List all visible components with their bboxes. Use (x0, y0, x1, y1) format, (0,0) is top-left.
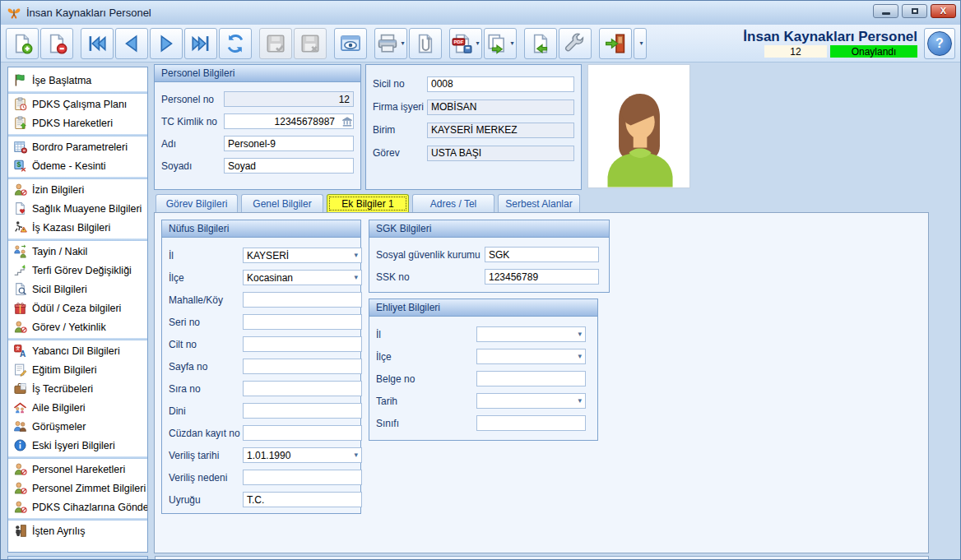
print-button[interactable]: ▾ (374, 28, 407, 59)
payment-icon: $ (13, 159, 27, 173)
export-pdf-button[interactable]: PDF▾ (449, 28, 482, 59)
help-button[interactable]: ? (924, 28, 955, 59)
belge-no-input[interactable] (476, 371, 586, 386)
tab-adres-tel[interactable]: Adres / Tel (412, 194, 494, 212)
government-building-icon-button[interactable] (338, 116, 350, 127)
verilis-tarihi-row: Veriliş tarihi1.01.1990▾ (162, 444, 360, 466)
mahalle-koy-input[interactable] (243, 292, 362, 308)
delete-record-button[interactable] (40, 28, 73, 59)
new-record-button[interactable] (6, 28, 39, 59)
sidebar-item-ödeme-kesinti[interactable]: $Ödeme - Kesinti (8, 156, 147, 175)
sira-no-input[interactable] (243, 381, 362, 396)
sidebar-item-pdks-hareketleri[interactable]: PDKS Hareketleri (8, 113, 147, 132)
sidebar-item-pdks-çalışma-planı[interactable]: PDKS Çalışma Planı (8, 95, 147, 113)
sidebar-collapsed-panel[interactable] (7, 556, 148, 560)
tab-görev-bilgileri[interactable]: Görev Bilgileri (156, 194, 238, 212)
verilis-tarihi-label: Veriliş tarihi (169, 450, 243, 461)
cilt-no-input[interactable] (243, 336, 362, 352)
education-icon (13, 363, 27, 377)
combo-arrow-icon[interactable]: ▾ (578, 353, 582, 360)
copy-record-button[interactable]: ▾ (484, 28, 517, 59)
ilce-value: Kocasinan (247, 272, 293, 284)
sinifi-input[interactable] (476, 415, 586, 431)
sosyal-guvenlik-kurumu-input[interactable]: SGK (485, 247, 599, 262)
next-record-button[interactable] (150, 28, 183, 59)
sidebar-item-bordro-parametreleri[interactable]: Bordro Parametreleri (8, 137, 147, 156)
sidebar-item-personel-hareketleri[interactable]: Personel Hareketleri (8, 460, 147, 479)
sicil-no-row: Sicil no0008 (366, 72, 581, 95)
sidebar-item-label: İşe Başlatma (32, 75, 91, 86)
sidebar-item-i-zin-bilgileri[interactable]: İzin Bilgileri (8, 180, 147, 199)
birim-label: Birim (373, 124, 427, 136)
nav-prev-icon (121, 33, 142, 54)
sidebar-item-görüşmeler[interactable]: Görüşmeler (8, 417, 147, 436)
tarih-combo[interactable]: ▾ (476, 393, 586, 409)
combo-arrow-icon[interactable]: ▾ (354, 274, 358, 281)
refresh-button[interactable] (219, 28, 252, 59)
tab-genel-bilgiler[interactable]: Genel Bilgiler (241, 194, 323, 212)
sidebar-item-sağlık-muayene-bilgileri[interactable]: Sağlık Muayene Bilgileri (8, 199, 147, 218)
combo-arrow-icon[interactable]: ▾ (354, 451, 358, 459)
options-button[interactable] (559, 28, 592, 59)
dini-input[interactable] (243, 403, 362, 419)
minimize-button[interactable] (873, 4, 898, 18)
sicil-no-input[interactable]: 0008 (427, 76, 574, 92)
chevron-down-icon: ▾ (476, 39, 479, 47)
first-record-button[interactable] (81, 28, 114, 59)
verilis-tarihi-combo[interactable]: 1.01.1990▾ (243, 447, 362, 463)
sidebar-item-pdks-cihazlarına-gönder[interactable]: PDKS Cihazlarına Gönder (8, 498, 147, 516)
sidebar-item-yabancı-dil-bilgileri[interactable]: AYabancı Dil Bilgileri (8, 341, 147, 360)
tc-kimlik-no-input[interactable]: 12345678987 (224, 113, 354, 129)
verilis-nedeni-input[interactable] (243, 470, 362, 485)
sidebar-item-ödül-ceza-bilgileri[interactable]: Ödül / Ceza bilgileri (8, 299, 147, 317)
sidebar-item-görev-yetkinlik[interactable]: Görev / Yetkinlik (8, 317, 147, 336)
last-record-button[interactable] (184, 28, 217, 59)
birim-row: BirimKAYSERİ MERKEZ (366, 118, 581, 141)
sayfa-no-input[interactable] (243, 359, 362, 374)
tab-ek-bilgiler-1[interactable]: Ek Bilgiler 1 (327, 194, 409, 213)
sidebar-item-terfi-görev-değişikliği[interactable]: Terfi Görev Değişikliği (8, 261, 147, 280)
uyrugu-input[interactable]: T.C. (243, 492, 362, 507)
adi-row: AdıPersonel-9 (155, 132, 360, 155)
sidebar-item-i-şe-başlatma[interactable]: İşe Başlatma (8, 71, 147, 90)
close-button[interactable]: X (931, 4, 956, 18)
combo-arrow-icon[interactable]: ▾ (578, 331, 582, 338)
verilis-nedeni-row: Veriliş nedeni (162, 466, 360, 488)
il-combo[interactable]: KAYSERİ▾ (243, 248, 362, 263)
exit-button[interactable] (599, 28, 632, 59)
restore-button[interactable] (902, 4, 927, 18)
mahalle-koy-label: Mahalle/Köy (169, 294, 243, 306)
sidebar-item-i-ş-kazası-bilgileri[interactable]: İş Kazası Bilgileri (8, 218, 147, 237)
sidebar-item-aile-bilgileri[interactable]: Aile Bilgileri (8, 398, 147, 417)
seri-no-input[interactable] (243, 314, 362, 330)
sidebar-item-i-şten-ayrılış[interactable]: İşten Ayrılış (8, 521, 147, 540)
ehliyet-il-combo[interactable]: ▾ (476, 326, 586, 342)
sidebar-separator (8, 337, 147, 340)
tc-kimlik-no-label: TC Kimlik no (161, 116, 224, 127)
tarih-label: Tarih (376, 396, 476, 407)
preview-button[interactable] (334, 28, 367, 59)
sidebar-item-personel-zimmet-bilgileri[interactable]: Personel Zimmet Bilgileri (8, 479, 147, 498)
person-block-icon (13, 320, 27, 334)
sidebar-item-eski-i-şyeri-bilgileri[interactable]: Eski İşyeri Bilgileri (8, 436, 147, 455)
ehliyet-ilce-combo[interactable]: ▾ (476, 349, 586, 364)
exit-menu-button[interactable]: ▾ (634, 28, 647, 59)
soyadi-input[interactable]: Soyad (224, 158, 354, 174)
attachment-button[interactable] (409, 28, 442, 59)
sidebar-item-label: PDKS Cihazlarına Gönder (32, 502, 148, 513)
combo-arrow-icon[interactable]: ▾ (578, 397, 582, 405)
import-record-button[interactable] (524, 28, 557, 59)
prev-record-button[interactable] (115, 28, 148, 59)
tab-serbest-alanlar[interactable]: Serbest Alanlar (498, 194, 580, 212)
cuzdan-kayit-no-input[interactable] (243, 425, 362, 441)
firma-isyeri-value: MOBİSAN (431, 101, 476, 113)
adi-input[interactable]: Personel-9 (224, 136, 354, 151)
sidebar-item-eğitim-bilgileri[interactable]: Eğitim Bilgileri (8, 360, 147, 379)
ssk-no-input[interactable]: 123456789 (485, 269, 599, 285)
sidebar-item-tayin-nakil[interactable]: Tayin / Nakil (8, 242, 147, 261)
sidebar-item-sicil-bilgileri[interactable]: Sicil Bilgileri (8, 280, 147, 299)
ilce-combo[interactable]: Kocasinan▾ (243, 270, 362, 285)
employee-photo[interactable] (587, 64, 690, 188)
combo-arrow-icon[interactable]: ▾ (354, 252, 358, 259)
sidebar-item-i-ş-tecrübeleri[interactable]: İş Tecrübeleri (8, 379, 147, 398)
